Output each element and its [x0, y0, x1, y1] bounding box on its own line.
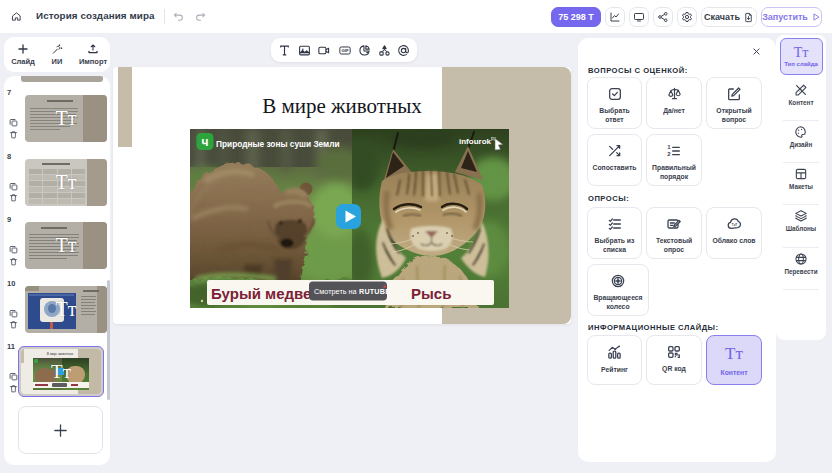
svg-text:GIF: GIF [341, 48, 349, 53]
svg-text:RUTUBE: RUTUBE [359, 287, 390, 296]
svg-text:Рысь: Рысь [411, 285, 451, 302]
svg-text:Бурый медве: Бурый медве [211, 285, 311, 302]
svg-text:ч: ч [202, 135, 209, 149]
svg-text:Природные зоны суши Земли: Природные зоны суши Земли [216, 139, 340, 149]
svg-text:ТэТ: ТэТ [731, 223, 737, 227]
svg-text:Смотреть на: Смотреть на [314, 287, 358, 296]
svg-text:2: 2 [667, 151, 671, 157]
svg-text:infourok: infourok [459, 137, 492, 146]
svg-text:1: 1 [667, 144, 671, 150]
